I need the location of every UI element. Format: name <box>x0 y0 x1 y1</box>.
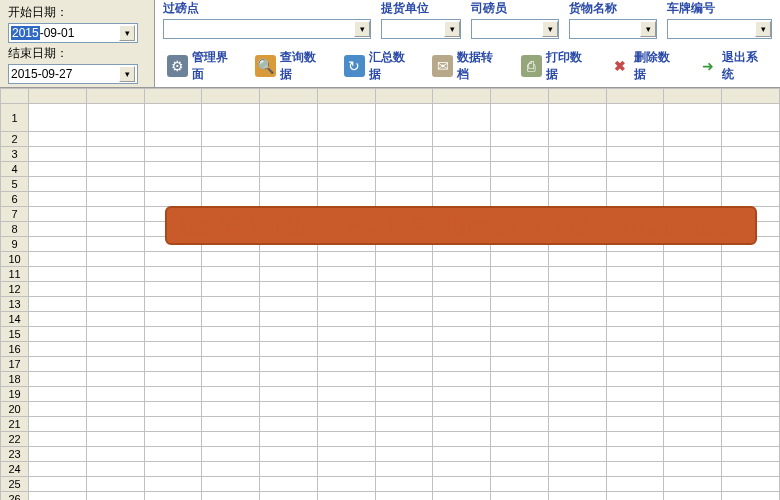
grid-cell[interactable] <box>664 147 722 162</box>
grid-cell[interactable] <box>29 327 87 342</box>
grid-cell[interactable] <box>606 462 664 477</box>
grid-cell[interactable] <box>29 252 87 267</box>
chevron-down-icon[interactable]: ▾ <box>119 25 135 41</box>
grid-cell[interactable] <box>548 162 606 177</box>
grid-cell[interactable] <box>260 432 318 447</box>
grid-cell[interactable] <box>375 162 433 177</box>
table-row[interactable]: 18 <box>1 372 780 387</box>
grid-cell[interactable] <box>260 357 318 372</box>
grid-cell[interactable] <box>144 357 202 372</box>
grid-cell[interactable] <box>664 477 722 492</box>
grid-cell[interactable] <box>606 282 664 297</box>
grid-cell[interactable] <box>375 132 433 147</box>
grid-cell[interactable] <box>722 252 780 267</box>
grid-cell[interactable] <box>317 342 375 357</box>
grid-cell[interactable] <box>260 147 318 162</box>
grid-cell[interactable] <box>86 237 144 252</box>
grid-cell[interactable] <box>260 312 318 327</box>
grid-cell[interactable] <box>548 492 606 501</box>
grid-cell[interactable] <box>664 417 722 432</box>
grid-col-header[interactable] <box>548 89 606 104</box>
table-row[interactable]: 3 <box>1 147 780 162</box>
grid-cell[interactable] <box>433 132 491 147</box>
grid-cell[interactable] <box>433 192 491 207</box>
query-button[interactable]: 🔍查询数据 <box>255 49 325 83</box>
grid-cell[interactable] <box>86 177 144 192</box>
grid-cell[interactable] <box>260 104 318 132</box>
grid-cell[interactable] <box>548 267 606 282</box>
table-row[interactable]: 26 <box>1 492 780 501</box>
grid-cell[interactable] <box>317 297 375 312</box>
grid-cell[interactable] <box>664 132 722 147</box>
grid-cell[interactable] <box>375 252 433 267</box>
grid-cell[interactable] <box>29 402 87 417</box>
grid-cell[interactable] <box>606 492 664 501</box>
grid-cell[interactable] <box>722 192 780 207</box>
exit-button[interactable]: ➜退出系统 <box>698 49 768 83</box>
chevron-down-icon[interactable]: ▾ <box>119 66 135 82</box>
grid-cell[interactable] <box>375 147 433 162</box>
grid-cell[interactable] <box>722 462 780 477</box>
grid-cell[interactable] <box>433 162 491 177</box>
grid-cell[interactable] <box>375 447 433 462</box>
chevron-down-icon[interactable]: ▾ <box>444 21 460 37</box>
grid-cell[interactable] <box>317 357 375 372</box>
filter-combo[interactable]: ▾ <box>569 19 657 39</box>
grid-cell[interactable] <box>722 147 780 162</box>
grid-cell[interactable] <box>722 402 780 417</box>
data-grid[interactable]: 1234567891011121314151617181920212223242… <box>0 88 780 500</box>
grid-cell[interactable] <box>86 432 144 447</box>
grid-cell[interactable] <box>433 417 491 432</box>
grid-cell[interactable] <box>722 342 780 357</box>
grid-cell[interactable] <box>29 312 87 327</box>
grid-cell[interactable] <box>491 432 549 447</box>
grid-cell[interactable] <box>491 177 549 192</box>
grid-cell[interactable] <box>29 417 87 432</box>
grid-cell[interactable] <box>144 432 202 447</box>
grid-cell[interactable] <box>86 417 144 432</box>
grid-cell[interactable] <box>491 492 549 501</box>
grid-cell[interactable] <box>722 162 780 177</box>
grid-cell[interactable] <box>317 492 375 501</box>
grid-cell[interactable] <box>86 372 144 387</box>
transfer-button[interactable]: ✉数据转档 <box>432 49 502 83</box>
grid-col-header[interactable] <box>260 89 318 104</box>
grid-cell[interactable] <box>317 147 375 162</box>
grid-cell[interactable] <box>260 297 318 312</box>
grid-cell[interactable] <box>202 267 260 282</box>
grid-cell[interactable] <box>202 417 260 432</box>
grid-cell[interactable] <box>548 132 606 147</box>
grid-cell[interactable] <box>433 477 491 492</box>
table-row[interactable]: 1 <box>1 104 780 132</box>
grid-cell[interactable] <box>202 432 260 447</box>
grid-cell[interactable] <box>317 312 375 327</box>
grid-cell[interactable] <box>202 132 260 147</box>
grid-cell[interactable] <box>86 342 144 357</box>
grid-col-header[interactable] <box>375 89 433 104</box>
grid-cell[interactable] <box>202 147 260 162</box>
filter-combo[interactable]: ▾ <box>163 19 371 39</box>
grid-cell[interactable] <box>144 342 202 357</box>
grid-cell[interactable] <box>29 177 87 192</box>
grid-cell[interactable] <box>86 462 144 477</box>
grid-cell[interactable] <box>317 162 375 177</box>
grid-cell[interactable] <box>606 372 664 387</box>
grid-cell[interactable] <box>260 252 318 267</box>
table-row[interactable]: 19 <box>1 387 780 402</box>
grid-cell[interactable] <box>664 492 722 501</box>
grid-cell[interactable] <box>317 477 375 492</box>
grid-cell[interactable] <box>491 447 549 462</box>
grid-cell[interactable] <box>317 447 375 462</box>
grid-cell[interactable] <box>260 372 318 387</box>
chevron-down-icon[interactable]: ▾ <box>640 21 656 37</box>
grid-cell[interactable] <box>664 357 722 372</box>
grid-cell[interactable] <box>606 104 664 132</box>
manage-button[interactable]: ⚙管理界面 <box>167 49 237 83</box>
grid-cell[interactable] <box>29 342 87 357</box>
grid-cell[interactable] <box>606 417 664 432</box>
grid-cell[interactable] <box>144 387 202 402</box>
grid-col-header[interactable] <box>722 89 780 104</box>
grid-cell[interactable] <box>317 132 375 147</box>
grid-cell[interactable] <box>29 192 87 207</box>
grid-cell[interactable] <box>548 447 606 462</box>
